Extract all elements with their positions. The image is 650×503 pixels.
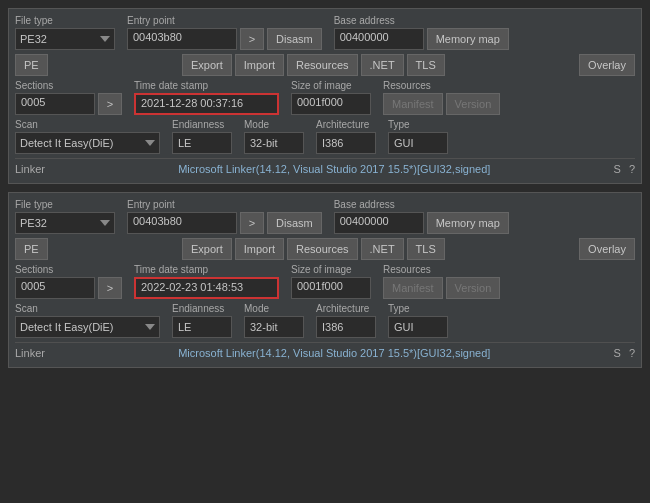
- baseaddress-value-1: 00400000: [334, 28, 424, 50]
- sizeofimage-group-2: Size of image 0001f000: [291, 264, 371, 299]
- mode-value-2: 32-bit: [244, 316, 304, 338]
- panel-1: File type PE32 Entry point 00403b80 > Di…: [8, 8, 642, 184]
- filetype-group-2: File type PE32: [15, 199, 115, 234]
- mode-value-1: 32-bit: [244, 132, 304, 154]
- version-btn-2[interactable]: Version: [446, 277, 501, 299]
- sections-label-2: Sections: [15, 264, 122, 275]
- architecture-value-1: I386: [316, 132, 376, 154]
- resources-group-1: Resources Manifest Version: [383, 80, 500, 115]
- linker-q-2: ?: [629, 347, 635, 359]
- linker-s-1: S: [614, 163, 621, 175]
- mode-group-1: Mode 32-bit: [244, 119, 304, 154]
- sizeofimage-group-1: Size of image 0001f000: [291, 80, 371, 115]
- architecture-group-2: Architecture I386: [316, 303, 376, 338]
- linker-value-1: Microsoft Linker(14.12, Visual Studio 20…: [59, 163, 610, 175]
- panel-2: File type PE32 Entry point 00403b80 > Di…: [8, 192, 642, 368]
- timedatestamp-group-1: Time date stamp 2021-12-28 00:37:16: [134, 80, 279, 115]
- scan-group-2: Scan Detect It Easy(DiE): [15, 303, 160, 338]
- resources-btn-2[interactable]: Resources: [287, 238, 358, 260]
- export-btn-2[interactable]: Export: [182, 238, 232, 260]
- sections-value-1: 0005: [15, 93, 95, 115]
- timedatestamp-group-2: Time date stamp 2022-02-23 01:48:53: [134, 264, 279, 299]
- linker-row-2: Linker Microsoft Linker(14.12, Visual St…: [15, 342, 635, 361]
- type-value-1: GUI: [388, 132, 448, 154]
- memmap-btn-2[interactable]: Memory map: [427, 212, 509, 234]
- endianness-group-2: Endianness LE: [172, 303, 232, 338]
- manifest-btn-2[interactable]: Manifest: [383, 277, 443, 299]
- tls-btn-1[interactable]: TLS: [407, 54, 445, 76]
- mode-label-2: Mode: [244, 303, 304, 314]
- linker-label-1: Linker: [15, 163, 55, 175]
- filetype-label-1: File type: [15, 15, 115, 26]
- endianness-value-2: LE: [172, 316, 232, 338]
- resources-label-1: Resources: [383, 80, 500, 91]
- scan-select-1[interactable]: Detect It Easy(DiE): [15, 132, 160, 154]
- linker-value-2: Microsoft Linker(14.12, Visual Studio 20…: [59, 347, 610, 359]
- baseaddress-group-1: Base address 00400000 Memory map: [334, 15, 509, 50]
- net-btn-1[interactable]: .NET: [361, 54, 404, 76]
- type-group-1: Type GUI: [388, 119, 448, 154]
- sections-value-2: 0005: [15, 277, 95, 299]
- scan-label-1: Scan: [15, 119, 160, 130]
- scan-group-1: Scan Detect It Easy(DiE): [15, 119, 160, 154]
- pe-btn-2[interactable]: PE: [15, 238, 48, 260]
- type-group-2: Type GUI: [388, 303, 448, 338]
- entrypoint-group-2: Entry point 00403b80 > Disasm: [127, 199, 322, 234]
- sections-gt-btn-2[interactable]: >: [98, 277, 122, 299]
- version-btn-1[interactable]: Version: [446, 93, 501, 115]
- disasm-btn-2[interactable]: Disasm: [267, 212, 322, 234]
- entrypoint-label-2: Entry point: [127, 199, 322, 210]
- sections-group-2: Sections 0005 >: [15, 264, 122, 299]
- linker-label-2: Linker: [15, 347, 55, 359]
- endianness-label-2: Endianness: [172, 303, 232, 314]
- filetype-label-2: File type: [15, 199, 115, 210]
- architecture-group-1: Architecture I386: [316, 119, 376, 154]
- baseaddress-value-2: 00400000: [334, 212, 424, 234]
- entrypoint-value-1: 00403b80: [127, 28, 237, 50]
- sizeofimage-value-2: 0001f000: [291, 277, 371, 299]
- entrypoint-label-1: Entry point: [127, 15, 322, 26]
- tls-btn-2[interactable]: TLS: [407, 238, 445, 260]
- net-btn-2[interactable]: .NET: [361, 238, 404, 260]
- sections-gt-btn-1[interactable]: >: [98, 93, 122, 115]
- baseaddress-label-2: Base address: [334, 199, 509, 210]
- import-btn-2[interactable]: Import: [235, 238, 284, 260]
- sizeofimage-label-2: Size of image: [291, 264, 371, 275]
- memmap-btn-1[interactable]: Memory map: [427, 28, 509, 50]
- disasm-btn-1[interactable]: Disasm: [267, 28, 322, 50]
- scan-label-2: Scan: [15, 303, 160, 314]
- import-btn-1[interactable]: Import: [235, 54, 284, 76]
- pe-btn-1[interactable]: PE: [15, 54, 48, 76]
- sizeofimage-label-1: Size of image: [291, 80, 371, 91]
- sizeofimage-value-1: 0001f000: [291, 93, 371, 115]
- sections-group-1: Sections 0005 >: [15, 80, 122, 115]
- mode-group-2: Mode 32-bit: [244, 303, 304, 338]
- resources-group-2: Resources Manifest Version: [383, 264, 500, 299]
- type-label-1: Type: [388, 119, 448, 130]
- linker-q-1: ?: [629, 163, 635, 175]
- scan-select-2[interactable]: Detect It Easy(DiE): [15, 316, 160, 338]
- timedatestamp-value-1: 2021-12-28 00:37:16: [134, 93, 279, 115]
- entrypoint-gt-btn-2[interactable]: >: [240, 212, 264, 234]
- filetype-select-2[interactable]: PE32: [15, 212, 115, 234]
- entrypoint-gt-btn-1[interactable]: >: [240, 28, 264, 50]
- resources-label-2: Resources: [383, 264, 500, 275]
- type-label-2: Type: [388, 303, 448, 314]
- entrypoint-group-1: Entry point 00403b80 > Disasm: [127, 15, 322, 50]
- filetype-select-1[interactable]: PE32: [15, 28, 115, 50]
- entrypoint-value-2: 00403b80: [127, 212, 237, 234]
- baseaddress-group-2: Base address 00400000 Memory map: [334, 199, 509, 234]
- mode-label-1: Mode: [244, 119, 304, 130]
- timedatestamp-value-2: 2022-02-23 01:48:53: [134, 277, 279, 299]
- manifest-btn-1[interactable]: Manifest: [383, 93, 443, 115]
- resources-btn-1[interactable]: Resources: [287, 54, 358, 76]
- overlay-btn-1[interactable]: Overlay: [579, 54, 635, 76]
- endianness-label-1: Endianness: [172, 119, 232, 130]
- architecture-label-1: Architecture: [316, 119, 376, 130]
- architecture-label-2: Architecture: [316, 303, 376, 314]
- overlay-btn-2[interactable]: Overlay: [579, 238, 635, 260]
- endianness-group-1: Endianness LE: [172, 119, 232, 154]
- endianness-value-1: LE: [172, 132, 232, 154]
- baseaddress-label-1: Base address: [334, 15, 509, 26]
- export-btn-1[interactable]: Export: [182, 54, 232, 76]
